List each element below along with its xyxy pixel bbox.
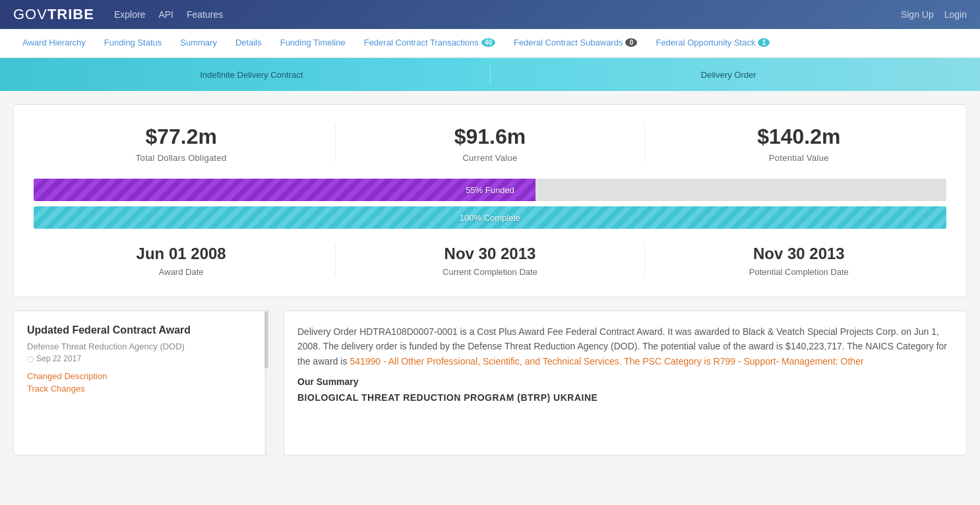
update-date: ◌ Sep 22 2017 [27,354,257,363]
stat-divider-2 [644,125,645,163]
scrollbar-indicator [264,311,268,455]
tab-badge-subawards: 0 [625,38,637,47]
nav-features[interactable]: Features [187,9,223,20]
bottom-section: Updated Federal Contract Award Defense T… [13,311,967,456]
stat-current-label: Current Value [342,153,637,163]
left-panel: Updated Federal Contract Award Defense T… [13,311,270,456]
stat-current-value: $91.6m [342,125,637,149]
nav-explore[interactable]: Explore [114,9,145,20]
funded-progress-bar: 55% Funded [34,179,946,201]
stat-divider-1 [335,125,336,163]
login-link[interactable]: Login [944,9,967,20]
naics-highlight: 541990 - All Other Professional, Scienti… [350,356,863,367]
stat-obligated-label: Total Dollars Obligated [34,153,328,163]
main-content: $77.2m Total Dollars Obligated $91.6m Cu… [0,91,980,469]
stat-potential-value: $140.2m [652,125,946,149]
tab-funding-status[interactable]: Funding Status [95,30,171,57]
right-panel: Delivery Order HDTRA108D0007-0001 is a C… [284,311,967,456]
stat-potential: $140.2m Potential Value [652,125,946,163]
tabs-bar: Award Hierarchy Funding Status Summary D… [0,29,980,58]
logo[interactable]: GOVTRIBE [13,6,94,23]
logo-tribe: TRIBE [47,6,94,23]
hierarchy-item-idc: Indefinite Delivery Contract [13,70,490,80]
funded-label: 55% Funded [466,185,514,195]
tab-badge-transactions: 40 [481,38,495,47]
complete-progress-bar: 100% Complete [34,206,946,229]
nav-links: Explore API Features [114,9,901,20]
date-current-value: Nov 30 2013 [342,245,637,263]
tab-award-hierarchy[interactable]: Award Hierarchy [13,30,95,57]
date-potential-completion: Nov 30 2013 Potential Completion Date [652,245,946,277]
update-title: Updated Federal Contract Award [27,324,257,336]
date-current-completion: Nov 30 2013 Current Completion Date [342,245,637,277]
funded-bar-fill [34,179,536,201]
tab-funding-timeline[interactable]: Funding Timeline [271,30,355,57]
track-changes-link[interactable]: Track Changes [27,384,257,394]
date-potential-value: Nov 30 2013 [652,245,946,263]
date-award: Jun 01 2008 Award Date [34,245,328,277]
logo-gov: GOV [13,6,47,23]
dates-row: Jun 01 2008 Award Date Nov 30 2013 Curre… [34,245,946,277]
update-agency: Defense Threat Reduction Agency (DOD) [27,342,257,351]
bio-threat-title: BIOLOGICAL THREAT REDUCTION PROGRAM (BTR… [297,392,953,403]
stat-current: $91.6m Current Value [342,125,637,163]
date-award-label: Award Date [34,267,328,277]
top-navigation: GOVTRIBE Explore API Features Sign Up Lo… [0,0,980,29]
hierarchy-bar: Indefinite Delivery Contract Delivery Or… [0,58,980,91]
stat-potential-label: Potential Value [652,153,946,163]
our-summary-label: Our Summary [297,376,953,387]
scrollbar-thumb [264,311,268,369]
date-current-label: Current Completion Date [342,267,637,277]
tab-badge-opportunity: 1 [758,38,770,47]
stat-obligated-value: $77.2m [34,125,328,149]
clock-icon: ◌ [27,354,34,363]
date-divider-2 [644,245,645,277]
nav-right: Sign Up Login [901,9,967,20]
hierarchy-item-delivery: Delivery Order [491,70,967,80]
stats-row: $77.2m Total Dollars Obligated $91.6m Cu… [34,125,946,163]
tab-federal-contract-subawards[interactable]: Federal Contract Subawards 0 [505,30,646,57]
tab-summary[interactable]: Summary [171,30,226,57]
signup-link[interactable]: Sign Up [901,9,934,20]
stat-obligated: $77.2m Total Dollars Obligated [34,125,328,163]
date-potential-label: Potential Completion Date [652,267,946,277]
complete-label: 100% Complete [460,213,521,223]
left-panel-inner[interactable]: Updated Federal Contract Award Defense T… [14,311,270,455]
progress-section: 55% Funded 100% Complete [34,179,946,229]
tab-federal-opportunity-stack[interactable]: Federal Opportunity Stack 1 [646,30,779,57]
date-award-value: Jun 01 2008 [34,245,328,263]
changed-description-link[interactable]: Changed Description [27,371,257,381]
tab-details[interactable]: Details [226,30,271,57]
stats-card: $77.2m Total Dollars Obligated $91.6m Cu… [13,104,967,297]
tab-federal-contract-transactions[interactable]: Federal Contract Transactions 40 [355,30,505,57]
date-divider-1 [335,245,336,277]
nav-api[interactable]: API [158,9,173,20]
description-text: Delivery Order HDTRA108D0007-0001 is a C… [297,324,953,369]
